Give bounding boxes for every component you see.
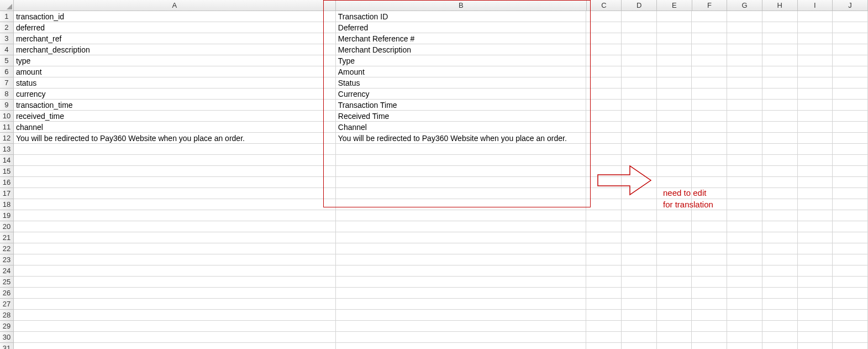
cell-E23[interactable] xyxy=(657,254,692,265)
column-header-J[interactable]: J xyxy=(833,0,868,11)
cell-B20[interactable] xyxy=(336,221,587,232)
cell-B18[interactable] xyxy=(336,199,587,210)
cell-H23[interactable] xyxy=(762,254,798,265)
cell-D23[interactable] xyxy=(622,254,657,265)
cell-A28[interactable] xyxy=(14,310,336,321)
row-header-15[interactable]: 15 xyxy=(0,166,14,177)
cell-B29[interactable] xyxy=(336,321,587,332)
row-header-18[interactable]: 18 xyxy=(0,199,14,210)
cell-J30[interactable] xyxy=(833,332,868,343)
cell-B17[interactable] xyxy=(336,188,587,199)
cell-A21[interactable] xyxy=(14,232,336,243)
cell-I7[interactable] xyxy=(798,77,833,88)
cell-B23[interactable] xyxy=(336,254,587,265)
cell-C12[interactable] xyxy=(586,133,622,144)
row-header-16[interactable]: 16 xyxy=(0,177,14,188)
row-header-27[interactable]: 27 xyxy=(0,299,14,310)
cell-H14[interactable] xyxy=(762,155,798,166)
cell-G17[interactable] xyxy=(727,188,762,199)
cell-A5[interactable]: type xyxy=(14,55,336,66)
cell-H12[interactable] xyxy=(762,133,798,144)
cell-A8[interactable]: currency xyxy=(14,88,336,100)
cell-A7[interactable]: status xyxy=(14,77,336,88)
row-header-17[interactable]: 17 xyxy=(0,188,14,199)
cell-F17[interactable] xyxy=(692,188,727,199)
cell-H26[interactable] xyxy=(762,288,798,299)
cell-E31[interactable] xyxy=(657,343,692,349)
row-header-30[interactable]: 30 xyxy=(0,332,14,343)
cell-J19[interactable] xyxy=(833,210,868,221)
row-header-8[interactable]: 8 xyxy=(0,88,14,100)
cell-J23[interactable] xyxy=(833,254,868,265)
cell-B30[interactable] xyxy=(336,332,587,343)
row-header-28[interactable]: 28 xyxy=(0,310,14,321)
cell-D15[interactable] xyxy=(622,166,657,177)
cell-E6[interactable] xyxy=(657,66,692,77)
cell-G29[interactable] xyxy=(727,321,762,332)
cell-H8[interactable] xyxy=(762,88,798,100)
cell-H29[interactable] xyxy=(762,321,798,332)
cell-H17[interactable] xyxy=(762,188,798,199)
cell-G1[interactable] xyxy=(727,11,762,22)
cell-A25[interactable] xyxy=(14,277,336,288)
cell-A16[interactable] xyxy=(14,177,336,188)
column-header-B[interactable]: B xyxy=(336,0,587,11)
cell-A6[interactable]: amount xyxy=(14,66,336,77)
cell-E30[interactable] xyxy=(657,332,692,343)
cell-I11[interactable] xyxy=(798,122,833,133)
cell-B4[interactable]: Merchant Description xyxy=(336,44,587,55)
column-header-G[interactable]: G xyxy=(727,0,762,11)
cell-E24[interactable] xyxy=(657,265,692,277)
cell-E5[interactable] xyxy=(657,55,692,66)
cell-D3[interactable] xyxy=(622,33,657,44)
cell-G28[interactable] xyxy=(727,310,762,321)
cell-A9[interactable]: transaction_time xyxy=(14,100,336,111)
cell-I18[interactable] xyxy=(798,199,833,210)
cell-C8[interactable] xyxy=(586,88,622,100)
cell-D24[interactable] xyxy=(622,265,657,277)
column-header-F[interactable]: F xyxy=(692,0,728,11)
cell-E1[interactable] xyxy=(657,11,692,22)
cell-J20[interactable] xyxy=(833,221,868,232)
cell-I23[interactable] xyxy=(798,254,833,265)
cell-J14[interactable] xyxy=(833,155,868,166)
cell-B3[interactable]: Merchant Reference # xyxy=(336,33,587,44)
cell-F13[interactable] xyxy=(692,144,727,155)
cell-I1[interactable] xyxy=(798,11,833,22)
row-header-26[interactable]: 26 xyxy=(0,288,14,299)
cell-G26[interactable] xyxy=(727,288,762,299)
cell-F15[interactable] xyxy=(692,166,727,177)
row-header-9[interactable]: 9 xyxy=(0,100,14,111)
cell-J11[interactable] xyxy=(833,122,868,133)
cell-A14[interactable] xyxy=(14,155,336,166)
cell-H10[interactable] xyxy=(762,111,798,122)
cell-B14[interactable] xyxy=(336,155,587,166)
cell-D30[interactable] xyxy=(622,332,657,343)
cell-G13[interactable] xyxy=(727,144,762,155)
cell-A27[interactable] xyxy=(14,299,336,310)
cell-C7[interactable] xyxy=(586,77,622,88)
cell-E28[interactable] xyxy=(657,310,692,321)
cell-H25[interactable] xyxy=(762,277,798,288)
row-header-23[interactable]: 23 xyxy=(0,254,14,265)
cell-B26[interactable] xyxy=(336,288,587,299)
cell-F31[interactable] xyxy=(692,343,727,349)
cell-H7[interactable] xyxy=(762,77,798,88)
cell-C17[interactable] xyxy=(586,188,622,199)
cell-G22[interactable] xyxy=(727,243,762,254)
cell-G25[interactable] xyxy=(727,277,762,288)
cell-I27[interactable] xyxy=(798,299,833,310)
cell-C31[interactable] xyxy=(586,343,622,349)
cell-B31[interactable] xyxy=(336,343,587,349)
cell-E2[interactable] xyxy=(657,22,692,33)
cell-E11[interactable] xyxy=(657,122,692,133)
row-header-31[interactable]: 31 xyxy=(0,343,14,349)
cell-J27[interactable] xyxy=(833,299,868,310)
cell-D21[interactable] xyxy=(622,232,657,243)
cell-C13[interactable] xyxy=(586,144,622,155)
cell-G9[interactable] xyxy=(727,100,762,111)
row-header-4[interactable]: 4 xyxy=(0,44,14,55)
cell-D11[interactable] xyxy=(622,122,657,133)
row-header-11[interactable]: 11 xyxy=(0,122,14,133)
cell-H18[interactable] xyxy=(762,199,798,210)
